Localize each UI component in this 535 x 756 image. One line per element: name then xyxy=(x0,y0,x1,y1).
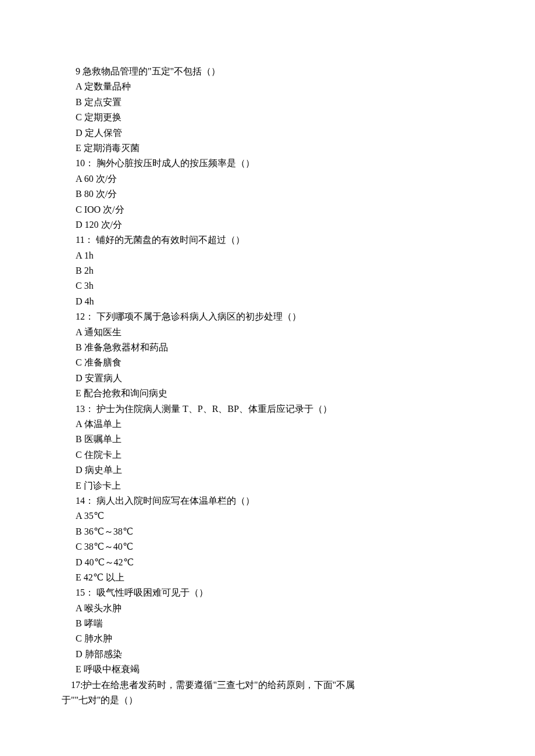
question-4-option-E: E 配合抢救和询问病史 xyxy=(76,386,477,401)
question-6-option-C: C 38℃～40℃ xyxy=(76,539,477,554)
question-5-option-D: D 病史单上 xyxy=(76,463,477,478)
question-5-option-A: A 体温单上 xyxy=(76,417,477,432)
question-7-option-D: D 肺部感染 xyxy=(76,647,477,662)
question-3-text: 11： 铺好的无菌盘的有效时间不超过（） xyxy=(76,232,477,248)
question-4-option-C: C 准备膳食 xyxy=(76,355,477,370)
question-4-text: 12： 下列哪项不属于急诊科病人入病区的初步处理（） xyxy=(76,309,477,324)
question-1-option-B: B 定点安置 xyxy=(76,95,477,110)
question-4-option-D: D 安置病人 xyxy=(76,371,477,386)
question-2-option-B: B 80 次/分 xyxy=(76,187,477,202)
question-2-option-A: A 60 次/分 xyxy=(76,171,477,187)
document-content: 9 急救物品管理的"五定"不包括（）A 定数量品种B 定点安置C 定期更换D 定… xyxy=(76,64,477,708)
question-6-text: 14： 病人出入院时间应写在体温单栏的（） xyxy=(76,493,477,508)
question-7-option-E: E 呼吸中枢衰竭 xyxy=(76,662,477,677)
question-5-option-B: B 医嘱单上 xyxy=(76,432,477,447)
question-5-option-C: C 住院卡上 xyxy=(76,447,477,463)
question-6-option-A: A 35℃ xyxy=(76,508,477,524)
question-17-line-2: 于""七对''的是（） xyxy=(62,693,477,708)
question-1-option-E: E 定期消毒灭菌 xyxy=(76,141,477,156)
question-5-option-E: E 门诊卡上 xyxy=(76,478,477,493)
question-5-text: 13： 护士为住院病人测量 T、P、R、BP、体重后应记录于（） xyxy=(76,402,477,417)
question-6-option-D: D 40℃～42℃ xyxy=(76,555,477,570)
question-4-option-A: A 通知医生 xyxy=(76,325,477,340)
question-2-option-D: D 120 次/分 xyxy=(76,217,477,232)
question-4-option-B: B 准备急救器材和药品 xyxy=(76,340,477,355)
question-3-option-A: A 1h xyxy=(76,248,477,263)
question-1-option-D: D 定人保管 xyxy=(76,126,477,141)
question-2-text: 10： 胸外心脏按压时成人的按压频率是（） xyxy=(76,156,477,171)
question-1-text: 9 急救物品管理的"五定"不包括（） xyxy=(76,64,477,79)
question-1-option-C: C 定期更换 xyxy=(76,110,477,125)
question-7-text: 15： 吸气性呼吸困难可见于（） xyxy=(76,585,477,600)
question-7-option-C: C 肺水肿 xyxy=(76,631,477,646)
question-3-option-D: D 4h xyxy=(76,294,477,309)
question-6-option-B: B 36℃～38℃ xyxy=(76,524,477,539)
question-3-option-B: B 2h xyxy=(76,263,477,278)
question-6-option-E: E 42℃ 以上 xyxy=(76,570,477,585)
question-7-option-B: B 哮喘 xyxy=(76,616,477,631)
question-7-option-A: A 喉头水肿 xyxy=(76,601,477,616)
question-1-option-A: A 定数量品种 xyxy=(76,79,477,94)
question-3-option-C: C 3h xyxy=(76,278,477,293)
question-2-option-C: C IOO 次/分 xyxy=(76,202,477,217)
question-17-line-1: 17:护士在给患者发药时，需要遵循"三查七对"的给药原则，下面"不属 xyxy=(62,678,477,693)
